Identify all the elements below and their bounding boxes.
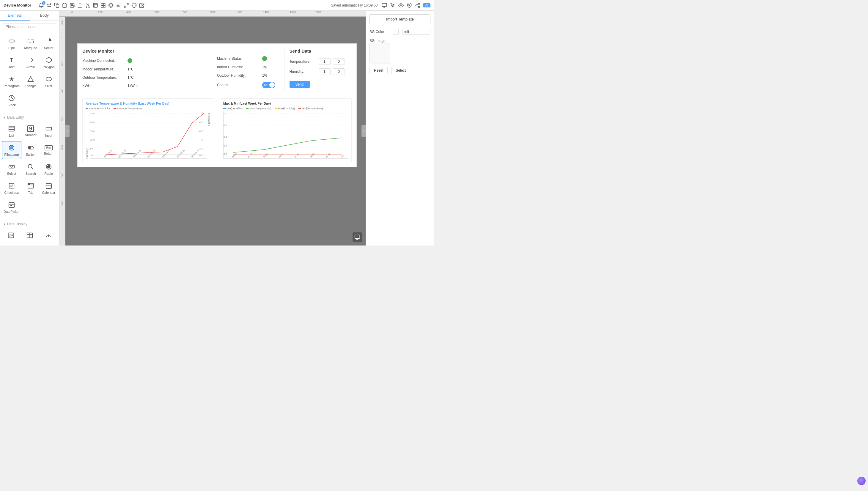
element-display-3[interactable]	[39, 229, 57, 242]
send-temp-label: Temperature:	[290, 59, 316, 64]
tab-body[interactable]: Body	[30, 11, 59, 21]
element-triangle[interactable]: Triangle	[22, 72, 39, 91]
svg-text:10°C: 10°C	[199, 112, 205, 115]
svg-rect-8	[104, 5, 105, 7]
share-icon[interactable]	[415, 2, 421, 8]
svg-text:2024-04-23: 2024-04-23	[162, 149, 171, 158]
notification-icon[interactable]	[38, 2, 44, 8]
element-checkbox[interactable]: Checkbox	[2, 179, 21, 197]
element-polygon[interactable]: Polygon	[40, 53, 57, 71]
save-icon[interactable]	[69, 2, 75, 8]
bg-color-label: BG Color	[370, 30, 390, 34]
ruler-left-mark-0: 0	[61, 36, 64, 38]
dm-control-row: Control: on	[217, 82, 285, 88]
chart-icon[interactable]	[92, 2, 98, 8]
redo-icon[interactable]	[46, 2, 52, 8]
element-text[interactable]: T Text	[2, 53, 21, 71]
import-template-button[interactable]: Import Template	[370, 14, 430, 24]
send-data-title: Send Data	[290, 49, 352, 54]
oval-label: Oval	[45, 84, 52, 88]
legend-min-humidity: Min(humidity)	[223, 107, 242, 110]
svg-point-3	[86, 6, 87, 7]
eye-icon[interactable]	[398, 2, 404, 8]
basic-elements-grid: Pipe Marquee Sector T	[0, 33, 59, 111]
element-radio[interactable]: Radio	[40, 160, 57, 178]
element-button[interactable]: Btn Button	[40, 141, 57, 159]
send-humidity-input2[interactable]	[333, 68, 345, 75]
element-tab[interactable]: Tab	[22, 179, 39, 197]
triangle-icon	[27, 75, 34, 83]
ruler-top: 0 200 400 600 800 1000 1200 1400 1600 18…	[59, 11, 366, 17]
element-pilotlamp[interactable]: PilotLamp	[2, 141, 21, 159]
send-temp-input2[interactable]	[333, 58, 345, 65]
element-clock[interactable]: Clock	[2, 91, 21, 110]
element-list[interactable]: List	[2, 122, 21, 140]
triangle-label: Triangle	[25, 84, 36, 88]
svg-line-29	[417, 6, 418, 6]
right-icons: V7	[381, 2, 430, 8]
element-arrow[interactable]: Arrow	[22, 53, 39, 71]
collapse-right-btn[interactable]: ›	[361, 125, 366, 137]
element-switch[interactable]: Switch	[22, 141, 39, 159]
element-pipe[interactable]: Pipe	[2, 34, 21, 53]
toolbar-icons	[38, 2, 328, 8]
bg-color-value: #fff	[402, 29, 430, 35]
element-pentagram[interactable]: ★ Pentagram	[2, 72, 21, 91]
element-display-2[interactable]	[21, 229, 39, 242]
copy-icon[interactable]	[54, 2, 60, 8]
legend-max-humidity: Max(humidity)	[275, 107, 295, 110]
layer-icon[interactable]	[108, 2, 114, 8]
dm-indoor-humidity-value: 1%	[262, 65, 267, 69]
bg-color-swatch[interactable]	[393, 29, 399, 35]
paste-icon[interactable]	[61, 2, 67, 8]
screen-icon[interactable]	[381, 2, 387, 8]
element-search[interactable]: Search	[22, 160, 39, 178]
tab-elemets[interactable]: Elemets	[0, 11, 30, 21]
arrange-icon[interactable]	[100, 2, 106, 8]
ruler-left: -200 0 200 400 600 800 1000 1200	[59, 17, 65, 246]
element-sector[interactable]: Sector	[40, 34, 57, 53]
location-icon[interactable]	[406, 2, 412, 8]
screen-mode-button[interactable]	[352, 232, 362, 242]
dm-indoor-temp-label: Indoor Temperature:	[82, 67, 124, 71]
dm-toggle-control[interactable]: on	[262, 82, 275, 88]
pilotlamp-label: PilotLamp	[4, 153, 19, 156]
export-icon[interactable]	[77, 2, 83, 8]
collapse-right-icon: ›	[363, 129, 364, 133]
search-input[interactable]	[3, 23, 56, 30]
chart2-title: Max & Min(Last Week Per Day)	[223, 102, 348, 105]
element-datepicker[interactable]: DatePicker	[2, 198, 21, 216]
crosshair-icon[interactable]	[131, 2, 137, 8]
left-align-icon[interactable]	[116, 2, 122, 8]
tab-label: Tab	[28, 191, 33, 194]
svg-text:0.2: 0.2	[224, 153, 227, 155]
dm-top-grid: Device Monitor Machine Connected: Indoor…	[82, 49, 352, 92]
element-select[interactable]: Select	[2, 160, 21, 178]
charts-section: Average Temperature & Humidity (Last Wee…	[82, 98, 352, 162]
element-oval[interactable]: Oval	[40, 72, 57, 91]
svg-text:20%: 20%	[90, 121, 95, 124]
legend-max-temp-label: Max(Temperature)	[250, 107, 271, 110]
element-display-1[interactable]	[2, 229, 20, 242]
oval-icon	[45, 75, 53, 83]
dm-machine-connected-dot	[127, 58, 132, 63]
collapse-left-btn[interactable]: ‹	[65, 125, 69, 137]
canvas-content[interactable]: ‹ › Device Monitor Machine Connected:	[65, 17, 366, 246]
element-marquee[interactable]: Marquee	[22, 34, 39, 53]
dm-toggle-on-label: on	[264, 84, 267, 86]
button-label: Button	[44, 151, 54, 155]
resize-icon[interactable]	[123, 2, 129, 8]
send-temp-input1[interactable]	[319, 58, 330, 65]
element-number[interactable]: 9 Number	[22, 122, 39, 140]
element-calendar[interactable]: Calendar	[40, 179, 57, 197]
reset-button[interactable]: Reset	[370, 67, 387, 74]
pencil-icon[interactable]	[139, 2, 145, 8]
cut-icon[interactable]	[85, 2, 91, 8]
send-button[interactable]: Send	[290, 81, 310, 88]
svg-text:2024-04-25: 2024-04-25	[191, 149, 200, 158]
bg-color-row: BG Color #fff	[370, 29, 430, 35]
select-button[interactable]: Select	[391, 67, 410, 74]
cursor-icon[interactable]	[390, 2, 396, 8]
element-input[interactable]: Input	[40, 122, 57, 140]
send-humidity-input1[interactable]	[319, 68, 330, 75]
